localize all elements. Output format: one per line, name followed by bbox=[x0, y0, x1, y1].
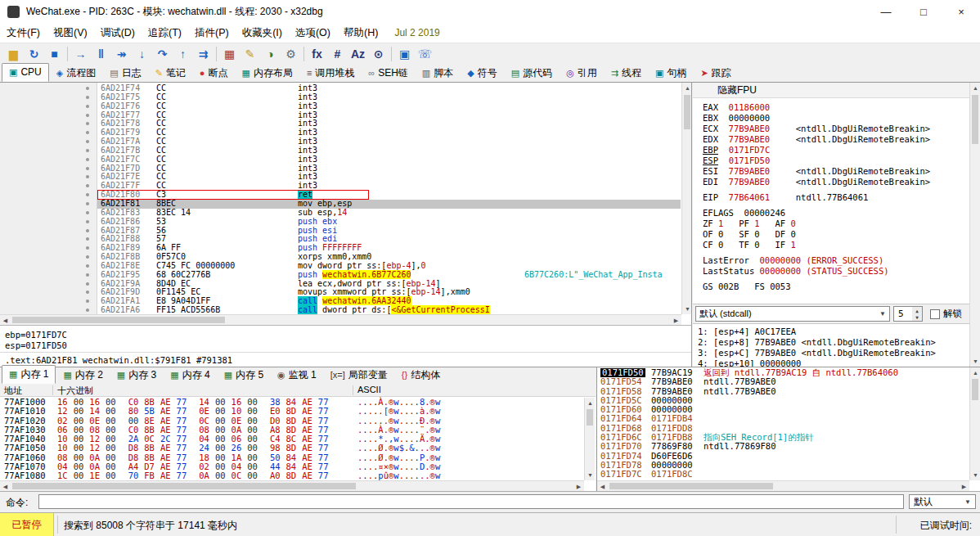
argument-row[interactable]: 4: [esp+10] 00000000 bbox=[698, 358, 969, 367]
menu-item[interactable]: 文件(F) bbox=[0, 23, 47, 43]
register-line[interactable]: EDX 77B9ABE0 <ntdll.DbgUiRemoteBreakin> bbox=[703, 134, 930, 145]
scroll-thumb[interactable] bbox=[12, 317, 225, 323]
register-line[interactable]: LastError 00000000 (ERROR_SUCCESS) bbox=[703, 255, 930, 266]
argument-row[interactable]: 3: [esp+C] 77B9ABE0 <ntdll.DbgUiRemoteBr… bbox=[698, 348, 969, 358]
comment-icon[interactable]: ✎ bbox=[240, 45, 260, 63]
tab-log[interactable]: ▤日志 bbox=[103, 65, 147, 82]
pause-icon[interactable]: ‖ bbox=[91, 45, 111, 63]
tab-watch-1[interactable]: ◉监视 1 bbox=[271, 367, 323, 384]
find-strings-icon[interactable]: ⊙ bbox=[368, 45, 389, 63]
tab-script[interactable]: ▥脚本 bbox=[416, 65, 460, 82]
scroll-thumb[interactable] bbox=[972, 379, 978, 400]
scroll-left-icon[interactable]: ◀ bbox=[0, 315, 11, 325]
disasm-hscrollbar[interactable]: ◀ ▶ bbox=[0, 314, 681, 325]
menu-item[interactable]: 调试(D) bbox=[94, 23, 142, 43]
scroll-thumb[interactable] bbox=[12, 483, 356, 489]
memtab-memory-4[interactable]: ▦内存 4 bbox=[164, 367, 216, 384]
scroll-thumb[interactable] bbox=[684, 95, 690, 129]
animate-icon[interactable]: ⇉ bbox=[193, 45, 214, 63]
memtab-memory-2[interactable]: ▦内存 2 bbox=[56, 367, 109, 384]
scroll-thumb[interactable] bbox=[609, 483, 773, 489]
menu-item[interactable]: 追踪(T) bbox=[142, 23, 188, 43]
tab-seh[interactable]: ∞SEH链 bbox=[362, 65, 415, 82]
scroll-right-icon[interactable]: ▶ bbox=[959, 481, 969, 491]
spinner-arrows[interactable]: ▲▼ bbox=[912, 307, 922, 321]
tab-threads[interactable]: ⇉线程 bbox=[605, 65, 648, 82]
scroll-down-icon[interactable]: ▼ bbox=[585, 470, 596, 480]
scroll-down-icon[interactable]: ▼ bbox=[970, 470, 980, 480]
analysis-icon[interactable]: ◑ bbox=[260, 45, 281, 63]
memtab-memory-1[interactable]: ▦内存 1 bbox=[2, 365, 56, 384]
scroll-up-icon[interactable]: ▲ bbox=[970, 83, 980, 93]
step-over-icon[interactable]: ↷ bbox=[152, 45, 173, 63]
register-line[interactable]: EBP 0171FD7C bbox=[703, 145, 930, 155]
dump-hscrollbar[interactable]: ◀ ▶ bbox=[0, 480, 584, 491]
run-icon[interactable]: → bbox=[70, 45, 91, 63]
scroll-thumb[interactable] bbox=[587, 409, 593, 426]
calling-convention-select[interactable]: 默认 (stdcall) ▼ bbox=[695, 306, 890, 322]
scroll-right-icon[interactable]: ▶ bbox=[671, 315, 681, 325]
step-into-icon[interactable]: ↓ bbox=[132, 45, 152, 63]
argument-count-spinner[interactable]: 5 ▲▼ bbox=[893, 306, 923, 322]
register-line[interactable]: ZF 1 PF 1 AF 0 bbox=[703, 218, 930, 229]
minimize-button[interactable]: — bbox=[867, 0, 905, 23]
handset-icon[interactable]: ☏ bbox=[415, 45, 435, 63]
settings-icon[interactable]: ⚙ bbox=[281, 45, 301, 63]
scroll-up-icon[interactable]: ▲ bbox=[970, 367, 980, 378]
spinner-down-icon[interactable]: ▼ bbox=[915, 314, 919, 320]
argument-row[interactable]: 1: [esp+4] A0C17EEA bbox=[698, 327, 969, 337]
disasm-row[interactable]: 6AD21F7CCCint3 bbox=[0, 155, 681, 164]
memtab-memory-5[interactable]: ▦内存 5 bbox=[218, 367, 270, 384]
register-line[interactable]: GS 002B FS 0053 bbox=[703, 282, 930, 292]
register-line[interactable]: OF 0 SF 0 DF 0 bbox=[703, 229, 930, 240]
scroll-up-icon[interactable]: ▲ bbox=[682, 83, 692, 93]
az-icon[interactable]: Az bbox=[348, 45, 368, 63]
registers-scrollbar[interactable]: ▲ ▼ bbox=[969, 83, 980, 367]
scroll-down-icon[interactable]: ▼ bbox=[970, 356, 980, 367]
cpu-chip-icon[interactable]: ▣ bbox=[394, 45, 415, 63]
tab-struct[interactable]: {}结构体 bbox=[395, 367, 447, 384]
fx-icon[interactable]: fx bbox=[307, 45, 327, 63]
tab-trace[interactable]: ➤跟踪 bbox=[694, 65, 737, 82]
scroll-up-icon[interactable]: ▲ bbox=[585, 398, 596, 408]
register-line[interactable]: EDI 77B9ABE0 <ntdll.DbgUiRemoteBreakin> bbox=[703, 177, 930, 187]
spinner-up-icon[interactable]: ▲ bbox=[915, 308, 919, 313]
tab-locals[interactable]: [x=]局部变量 bbox=[324, 367, 394, 384]
register-line[interactable]: EAX 01186000 bbox=[703, 102, 930, 113]
register-line[interactable]: CF 0 TF 0 IF 1 bbox=[703, 240, 930, 250]
tab-symbols[interactable]: ◆符号 bbox=[461, 65, 503, 82]
tab-references[interactable]: ◎引用 bbox=[560, 65, 604, 82]
disasm-vscrollbar[interactable]: ▲ ▼ bbox=[681, 83, 692, 314]
tab-handles[interactable]: ▣句柄 bbox=[649, 65, 693, 82]
menu-item[interactable]: 视图(V) bbox=[47, 23, 94, 43]
register-line[interactable]: ECX 77B9ABE0 <ntdll.DbgUiRemoteBreakin> bbox=[703, 124, 930, 134]
patches-icon[interactable]: ▦ bbox=[219, 45, 240, 63]
tab-notes[interactable]: ✎笔记 bbox=[149, 65, 192, 82]
menu-item[interactable]: 收藏夹(I) bbox=[236, 23, 289, 43]
close-button[interactable]: × bbox=[942, 0, 980, 23]
menu-item[interactable]: 选项(O) bbox=[289, 23, 337, 43]
register-line[interactable]: ESI 77B9ABE0 <ntdll.DbgUiRemoteBreakin> bbox=[703, 166, 930, 177]
disasm-row[interactable]: 6AD21F76CCint3 bbox=[0, 102, 681, 111]
menu-item[interactable]: 插件(P) bbox=[188, 23, 236, 43]
run-to-user-icon[interactable]: ↠ bbox=[111, 45, 132, 63]
hash-icon[interactable]: # bbox=[327, 45, 348, 63]
tab-graph[interactable]: ◈流程图 bbox=[50, 65, 102, 82]
memtab-memory-3[interactable]: ▦内存 3 bbox=[110, 367, 163, 384]
step-out-icon[interactable]: ↑ bbox=[173, 45, 193, 63]
argument-row[interactable]: 2: [esp+8] 77B9ABE0 <ntdll.DbgUiRemoteBr… bbox=[698, 337, 969, 348]
register-line[interactable]: EFLAGS 00000246 bbox=[703, 208, 930, 218]
scroll-thumb[interactable] bbox=[972, 95, 978, 144]
stop-icon[interactable]: ■ bbox=[44, 45, 65, 63]
scroll-down-icon[interactable]: ▼ bbox=[682, 304, 692, 314]
stack-hscrollbar[interactable]: ◀ ▶ bbox=[597, 480, 969, 491]
register-line[interactable]: EIP 77B64061 ntdll.77B64061 bbox=[703, 192, 930, 203]
tab-breakpoints[interactable]: ●断点 bbox=[193, 65, 235, 82]
register-line[interactable]: LastStatus 00000000 (STATUS_SUCCESS) bbox=[703, 266, 930, 277]
disasm-row[interactable]: 6AD21F80C3ret bbox=[0, 191, 681, 200]
register-line[interactable]: ESP 0171FD50 bbox=[703, 155, 930, 166]
hide-fpu-button[interactable]: 隐藏FPU bbox=[693, 83, 969, 98]
menu-item[interactable]: 帮助(H) bbox=[337, 23, 384, 43]
stack-vscrollbar[interactable]: ▲ ▼ bbox=[969, 367, 980, 480]
scroll-left-icon[interactable]: ◀ bbox=[0, 481, 11, 491]
